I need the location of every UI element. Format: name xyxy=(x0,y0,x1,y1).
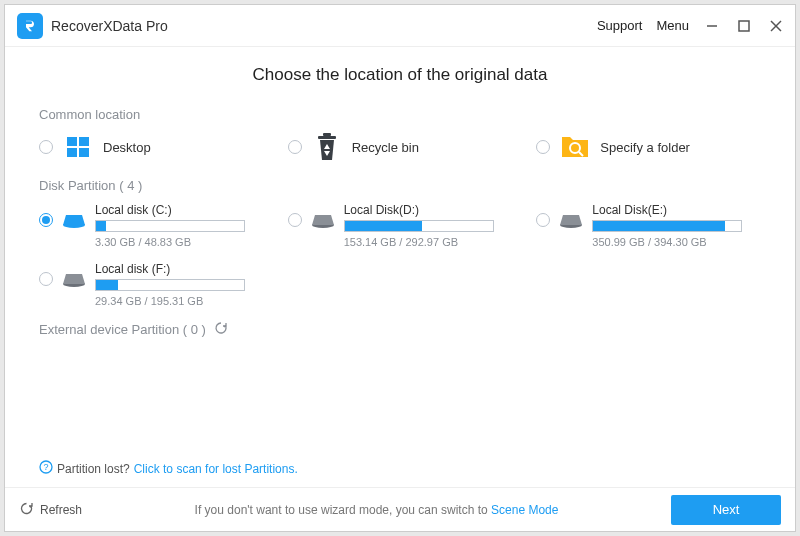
refresh-external-icon[interactable] xyxy=(214,321,228,338)
disk-name: Local disk (C:) xyxy=(95,203,264,217)
location-recycle[interactable]: Recycle bin xyxy=(288,132,513,162)
footer-hint-text: If you don't want to use wizard mode, yo… xyxy=(195,503,491,517)
location-label: Recycle bin xyxy=(352,140,419,155)
usage-bar xyxy=(95,220,245,232)
disk-d[interactable]: Local Disk(D:) 153.14 GB / 292.97 GB xyxy=(288,203,513,248)
svg-rect-8 xyxy=(323,133,331,136)
radio-desktop[interactable] xyxy=(39,140,53,154)
disk-stat: 350.99 GB / 394.30 GB xyxy=(592,236,761,248)
radio-disk-e[interactable] xyxy=(536,213,550,227)
svg-rect-7 xyxy=(79,148,89,157)
disk-icon xyxy=(310,211,336,229)
footer-hint: If you don't want to use wizard mode, yo… xyxy=(82,503,671,517)
disk-row-2: Local disk (F:) 29.34 GB / 195.31 GB xyxy=(39,262,761,307)
usage-fill xyxy=(593,221,725,231)
svg-rect-6 xyxy=(67,148,77,157)
titlebar-right: Support Menu xyxy=(597,17,785,35)
svg-rect-9 xyxy=(318,136,336,139)
info-icon: ? xyxy=(39,460,53,477)
support-link[interactable]: Support xyxy=(597,18,643,33)
maximize-icon[interactable] xyxy=(735,17,753,35)
svg-rect-1 xyxy=(739,21,749,31)
partition-lost-q: Partition lost? xyxy=(57,462,130,476)
app-title: RecoverXData Pro xyxy=(51,18,168,34)
main-content: Choose the location of the original data… xyxy=(5,47,795,487)
radio-disk-d[interactable] xyxy=(288,213,302,227)
svg-rect-5 xyxy=(79,137,89,146)
page-title: Choose the location of the original data xyxy=(39,65,761,85)
scene-mode-link[interactable]: Scene Mode xyxy=(491,503,558,517)
usage-fill xyxy=(345,221,422,231)
disk-name: Local Disk(D:) xyxy=(344,203,513,217)
section-disk-label: Disk Partition ( 4 ) xyxy=(39,178,761,193)
disk-body: Local Disk(D:) 153.14 GB / 292.97 GB xyxy=(344,203,513,248)
next-label: Next xyxy=(713,502,740,517)
disk-body: Local disk (C:) 3.30 GB / 48.83 GB xyxy=(95,203,264,248)
windows-icon xyxy=(63,132,93,162)
usage-bar xyxy=(592,220,742,232)
section-external: External device Partition ( 0 ) xyxy=(39,321,761,338)
folder-search-icon xyxy=(560,132,590,162)
disk-stat: 3.30 GB / 48.83 GB xyxy=(95,236,264,248)
location-desktop[interactable]: Desktop xyxy=(39,132,264,162)
location-folder[interactable]: Specify a folder xyxy=(536,132,761,162)
refresh-button[interactable]: Refresh xyxy=(19,501,82,519)
disk-body: Local disk (F:) 29.34 GB / 195.31 GB xyxy=(95,262,277,307)
disk-icon xyxy=(61,270,87,288)
radio-disk-f[interactable] xyxy=(39,272,53,286)
location-label: Desktop xyxy=(103,140,151,155)
location-label: Specify a folder xyxy=(600,140,690,155)
disk-stat: 29.34 GB / 195.31 GB xyxy=(95,295,277,307)
disk-stat: 153.14 GB / 292.97 GB xyxy=(344,236,513,248)
partition-lost-link[interactable]: Click to scan for lost Partitions. xyxy=(134,462,298,476)
footer: Refresh If you don't want to use wizard … xyxy=(5,487,795,531)
menu-link[interactable]: Menu xyxy=(656,18,689,33)
refresh-label: Refresh xyxy=(40,503,82,517)
radio-recycle[interactable] xyxy=(288,140,302,154)
disk-e[interactable]: Local Disk(E:) 350.99 GB / 394.30 GB xyxy=(536,203,761,248)
next-button[interactable]: Next xyxy=(671,495,781,525)
refresh-icon xyxy=(19,501,34,519)
disk-row-1: Local disk (C:) 3.30 GB / 48.83 GB Local… xyxy=(39,203,761,248)
disk-icon xyxy=(558,211,584,229)
common-locations-row: Desktop Recycle bin Specify a folder xyxy=(39,132,761,162)
close-icon[interactable] xyxy=(767,17,785,35)
disk-name: Local disk (F:) xyxy=(95,262,277,276)
disk-c[interactable]: Local disk (C:) 3.30 GB / 48.83 GB xyxy=(39,203,264,248)
app-logo-icon xyxy=(17,13,43,39)
app-window: RecoverXData Pro Support Menu Choose the… xyxy=(4,4,796,532)
svg-rect-4 xyxy=(67,137,77,146)
disk-name: Local Disk(E:) xyxy=(592,203,761,217)
svg-text:?: ? xyxy=(43,462,48,472)
usage-bar xyxy=(344,220,494,232)
usage-fill xyxy=(96,280,118,290)
disk-f[interactable]: Local disk (F:) 29.34 GB / 195.31 GB xyxy=(39,262,277,307)
usage-fill xyxy=(96,221,106,231)
titlebar: RecoverXData Pro Support Menu xyxy=(5,5,795,47)
usage-bar xyxy=(95,279,245,291)
recycle-bin-icon xyxy=(312,132,342,162)
minimize-icon[interactable] xyxy=(703,17,721,35)
disk-body: Local Disk(E:) 350.99 GB / 394.30 GB xyxy=(592,203,761,248)
section-external-label: External device Partition ( 0 ) xyxy=(39,322,206,337)
radio-disk-c[interactable] xyxy=(39,213,53,227)
disk-icon xyxy=(61,211,87,229)
radio-folder[interactable] xyxy=(536,140,550,154)
section-common-label: Common location xyxy=(39,107,761,122)
partition-lost-row: ? Partition lost? Click to scan for lost… xyxy=(39,460,298,477)
